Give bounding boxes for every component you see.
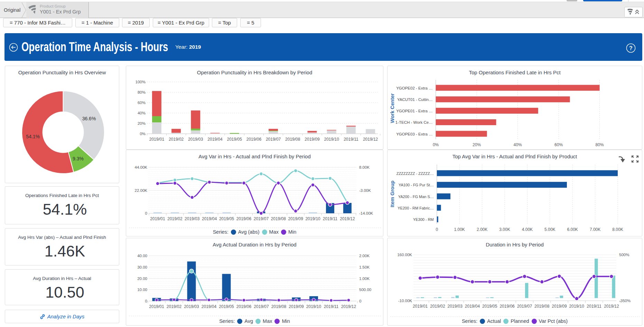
svg-text:2019/06: 2019/06 <box>500 304 515 309</box>
svg-text:-10.00K: -10.00K <box>398 299 412 303</box>
svg-text:54.1%: 54.1% <box>26 134 40 139</box>
svg-text:2019/12: 2019/12 <box>341 304 356 309</box>
svg-text:36.6%: 36.6% <box>82 116 96 121</box>
svg-text:2019/03: 2019/03 <box>185 216 200 221</box>
svg-text:40%: 40% <box>138 111 146 115</box>
svg-text:2019/02: 2019/02 <box>167 216 183 221</box>
svg-text:10.00: 10.00 <box>137 288 147 292</box>
svg-text:YGOPE01 - Extra …: YGOPE01 - Extra … <box>396 109 432 113</box>
svg-text:?: ? <box>629 45 633 51</box>
svg-text:YA100 - FG Pur St…: YA100 - FG Pur St… <box>399 183 434 187</box>
svg-text:YGOPE03 - Extra …: YGOPE03 - Extra … <box>396 132 432 136</box>
svg-text:2019/11: 2019/11 <box>344 137 358 142</box>
svg-text:3.00K: 3.00K <box>499 227 510 232</box>
svg-text:Item Group: Item Group <box>390 180 395 207</box>
svg-text:0: 0 <box>359 299 361 303</box>
svg-text:44.00K: 44.00K <box>135 165 148 169</box>
svg-text:6.00K: 6.00K <box>567 227 578 232</box>
svg-text:-14.00K: -14.00K <box>359 211 373 215</box>
svg-text:2019/10: 2019/10 <box>324 137 339 142</box>
svg-text:0: 0 <box>436 227 438 232</box>
svg-text:2019/05: 2019/05 <box>219 304 234 309</box>
svg-text:2019/04: 2019/04 <box>465 304 480 309</box>
svg-text:20%: 20% <box>138 121 146 125</box>
svg-text:2019/10: 2019/10 <box>569 304 585 309</box>
svg-text:2019/07: 2019/07 <box>254 216 269 221</box>
svg-text:2019/02: 2019/02 <box>430 304 445 309</box>
svg-text:500.00: 500.00 <box>359 288 371 292</box>
svg-text:60%: 60% <box>138 101 146 105</box>
svg-text:-350%: -350% <box>619 299 631 303</box>
svg-text:1.50K: 1.50K <box>359 265 370 269</box>
svg-text:2019/07: 2019/07 <box>254 304 269 309</box>
svg-text:30.00: 30.00 <box>137 265 147 269</box>
svg-text:2019/03: 2019/03 <box>448 304 463 309</box>
svg-text:2019/12: 2019/12 <box>363 137 378 142</box>
svg-text:2019/05: 2019/05 <box>482 304 497 309</box>
svg-text:100%: 100% <box>136 80 146 84</box>
svg-text:0%: 0% <box>140 132 146 136</box>
svg-text:2019/06: 2019/06 <box>236 216 252 221</box>
svg-text:80%: 80% <box>138 90 146 94</box>
svg-text:40.00: 40.00 <box>137 254 147 258</box>
svg-text:YGOPE02 - Extra …: YGOPE02 - Extra … <box>396 86 432 90</box>
svg-text:2019/11: 2019/11 <box>587 304 601 309</box>
svg-text:YE300 - RM: YE300 - RM <box>413 217 434 222</box>
svg-text:2019/09: 2019/09 <box>288 216 304 221</box>
svg-text:20%: 20% <box>473 142 481 147</box>
svg-text:2019/06: 2019/06 <box>246 137 262 142</box>
svg-text:2019/08: 2019/08 <box>271 304 287 309</box>
svg-text:160.00K: 160.00K <box>397 253 412 257</box>
svg-text:2019/01: 2019/01 <box>150 216 165 221</box>
svg-text:2019/03: 2019/03 <box>184 304 199 309</box>
svg-text:1.00K: 1.00K <box>359 277 370 281</box>
svg-text:1.00K: 1.00K <box>454 227 465 232</box>
svg-text:8.00K: 8.00K <box>612 227 623 232</box>
svg-text:2019/04: 2019/04 <box>202 216 217 221</box>
svg-text:2019/07: 2019/07 <box>517 304 532 309</box>
svg-text:2019/02: 2019/02 <box>169 137 184 142</box>
svg-text:2019/04: 2019/04 <box>202 304 217 309</box>
svg-text:2019/08: 2019/08 <box>285 137 300 142</box>
svg-text:-3.00K: -3.00K <box>359 188 371 193</box>
svg-text:2019/11: 2019/11 <box>324 304 339 309</box>
svg-text:YACUT01 - Cuttin…: YACUT01 - Cuttin… <box>397 97 433 102</box>
svg-text:2019/11: 2019/11 <box>323 216 338 221</box>
svg-text:0: 0 <box>145 211 147 215</box>
svg-text:2.00K: 2.00K <box>359 254 370 258</box>
svg-text:2019/04: 2019/04 <box>207 137 223 142</box>
svg-text:0: 0 <box>145 299 147 303</box>
svg-text:2019/01: 2019/01 <box>149 137 165 142</box>
svg-text:7.00K: 7.00K <box>590 227 600 232</box>
svg-text:4.00K: 4.00K <box>522 227 533 232</box>
svg-text:ZZZZZZZZ - ZZZZZ…: ZZZZZZZZ - ZZZZZ… <box>396 171 434 176</box>
svg-text:0%: 0% <box>433 142 439 147</box>
svg-text:2019/10: 2019/10 <box>306 304 321 309</box>
svg-text:YA200 - FG Man S…: YA200 - FG Man S… <box>398 195 434 199</box>
svg-text:2019/07: 2019/07 <box>266 137 281 142</box>
svg-text:20.00: 20.00 <box>137 277 147 281</box>
svg-text:2019/08: 2019/08 <box>534 304 550 309</box>
svg-text:5.00K: 5.00K <box>544 227 555 232</box>
svg-text:22.00K: 22.00K <box>135 188 148 193</box>
svg-text:2019/08: 2019/08 <box>271 216 286 221</box>
svg-text:2.00K: 2.00K <box>477 227 487 232</box>
svg-text:2019/12: 2019/12 <box>604 304 619 309</box>
svg-text:2019/09: 2019/09 <box>305 137 320 142</box>
svg-text:2019/12: 2019/12 <box>340 216 355 221</box>
svg-text:8.00K: 8.00K <box>359 165 370 169</box>
svg-text:2019/06: 2019/06 <box>236 304 252 309</box>
svg-text:80%: 80% <box>596 142 604 147</box>
svg-text:9.3%: 9.3% <box>73 156 84 161</box>
svg-text:40%: 40% <box>514 142 522 147</box>
svg-text:2019/05: 2019/05 <box>219 216 234 221</box>
svg-text:1-TECH - Work Ce…: 1-TECH - Work Ce… <box>395 120 433 124</box>
svg-text:Work Center: Work Center <box>390 93 395 123</box>
svg-text:2019/09: 2019/09 <box>289 304 304 309</box>
svg-text:2019/05: 2019/05 <box>227 137 242 142</box>
svg-text:YE200 - RM Fabric…: YE200 - RM Fabric… <box>398 206 434 210</box>
svg-text:60%: 60% <box>554 142 563 147</box>
svg-text:2019/01: 2019/01 <box>149 304 164 309</box>
svg-text:2019/09: 2019/09 <box>552 304 567 309</box>
svg-text:2019/10: 2019/10 <box>305 216 320 221</box>
